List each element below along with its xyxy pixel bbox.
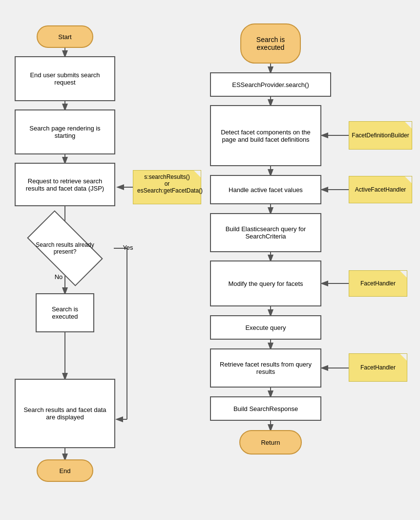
- active-facet-handler-note: ActiveFacetHandler: [349, 176, 412, 203]
- retrieve-facet-results-label: Retrieve facet results from query result…: [216, 361, 315, 375]
- start-label: Start: [58, 33, 71, 41]
- right-search-executed-node: Search is executed: [240, 23, 301, 64]
- note-line2: or: [137, 180, 197, 187]
- handle-active-facets-label: Handle active facet values: [229, 186, 303, 194]
- facet-def-builder-note: FacetDefinitionBuilder: [349, 121, 412, 150]
- return-label: Return: [261, 439, 280, 446]
- build-search-response-label: Build SearchResponse: [233, 405, 298, 412]
- search-page-node: Search page rendering is starting: [15, 109, 115, 154]
- facet-def-builder-label: FacetDefinitionBuilder: [352, 132, 409, 139]
- retrieve-facet-results-node: Retrieve facet results from query result…: [210, 348, 321, 388]
- diagram-container: Start End user submits search request Se…: [0, 0, 420, 520]
- end-user-node: End user submits search request: [15, 56, 115, 101]
- search-page-label: Search page rendering is starting: [21, 125, 109, 139]
- execute-query-node: Execute query: [210, 315, 321, 340]
- execute-query-label: Execute query: [245, 324, 286, 331]
- detect-facets-label: Detect facet components on the page and …: [216, 129, 315, 143]
- return-node: Return: [239, 430, 302, 455]
- modify-query-label: Modify the query for facets: [228, 280, 303, 287]
- diamond-no-label: No: [49, 272, 68, 282]
- facet-handler-note1: FacetHandler: [349, 270, 407, 297]
- diamond-yes-label: Yes: [118, 242, 138, 252]
- search-executed-node: Search is executed: [36, 293, 94, 332]
- note-line1: s:searchResults(): [137, 173, 197, 180]
- facet-handler-label2: FacetHandler: [360, 364, 396, 371]
- right-search-executed-label: Search is executed: [251, 36, 290, 51]
- build-es-query-node: Build Elasticsearch query for SearchCrit…: [210, 213, 321, 252]
- request-node: Request to retrieve search results and f…: [15, 163, 115, 206]
- results-displayed-node: Search results and facet data are displa…: [15, 379, 115, 448]
- es-search-provider-label: ESSearchProvider.search(): [232, 81, 309, 88]
- facet-handler-label1: FacetHandler: [360, 280, 396, 287]
- end-user-label: End user submits search request: [21, 71, 109, 86]
- end-label: End: [59, 467, 70, 475]
- note-line3: esSearch:getFacetData(): [137, 187, 197, 194]
- diamond-wrap: Search results already present?: [15, 219, 115, 278]
- facet-handler-note2: FacetHandler: [349, 353, 407, 382]
- build-search-response-node: Build SearchResponse: [210, 396, 321, 421]
- active-facet-handler-label: ActiveFacetHandler: [355, 186, 406, 193]
- es-search-provider-node: ESSearchProvider.search(): [210, 72, 331, 97]
- request-label: Request to retrieve search results and f…: [21, 177, 109, 192]
- detect-facets-node: Detect facet components on the page and …: [210, 105, 321, 166]
- build-es-query-label: Build Elasticsearch query for SearchCrit…: [216, 225, 315, 240]
- handle-active-facets-node: Handle active facet values: [210, 175, 321, 204]
- search-executed-label: Search is executed: [42, 305, 88, 320]
- start-node: Start: [37, 25, 93, 48]
- search-results-note: s:searchResults() or esSearch:getFacetDa…: [133, 170, 201, 204]
- end-node: End: [37, 459, 93, 482]
- results-displayed-label: Search results and facet data are displa…: [21, 406, 109, 421]
- modify-query-node: Modify the query for facets: [210, 260, 321, 306]
